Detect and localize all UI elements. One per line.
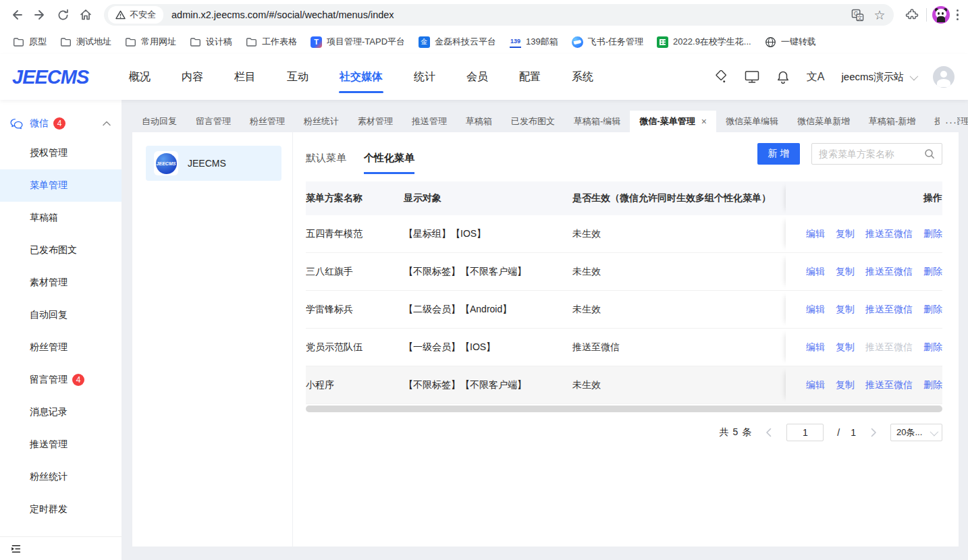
- bookmark-folder[interactable]: 原型: [7, 32, 53, 51]
- page-tab[interactable]: 草稿箱-编辑: [564, 111, 630, 132]
- page-tab[interactable]: 粉丝管理: [240, 111, 294, 132]
- nav-config[interactable]: 配置: [504, 54, 556, 100]
- home-button[interactable]: [74, 3, 97, 26]
- copy-link[interactable]: 复制: [836, 379, 855, 391]
- account-card[interactable]: JEECMS JEECMS: [146, 146, 281, 181]
- page-tab[interactable]: 素材管理: [348, 111, 402, 132]
- page-tab[interactable]: 微信菜单新增: [788, 111, 859, 132]
- bookmark-star-icon[interactable]: ☆: [873, 9, 885, 22]
- preview-button[interactable]: [745, 70, 759, 84]
- search-input[interactable]: [819, 148, 924, 159]
- search-icon[interactable]: [924, 148, 935, 159]
- bookmark-feishu[interactable]: 飞书-任务管理: [566, 32, 649, 51]
- copy-link[interactable]: 复制: [836, 228, 855, 240]
- add-button[interactable]: 新 增: [757, 143, 800, 165]
- edit-link[interactable]: 编辑: [806, 379, 825, 391]
- sidebar-item-menu-management[interactable]: 菜单管理: [0, 169, 122, 202]
- sidebar-item-materials[interactable]: 素材管理: [0, 267, 122, 299]
- edit-link[interactable]: 编辑: [806, 228, 825, 240]
- bookmark-folder[interactable]: 常用网址: [119, 32, 182, 51]
- next-page-button[interactable]: [871, 428, 877, 437]
- push-to-wechat-link[interactable]: 推送至微信: [865, 304, 913, 316]
- delete-link[interactable]: 删除: [923, 266, 942, 278]
- page-tab[interactable]: 留言管理: [186, 111, 240, 132]
- sidebar-item-fans-management[interactable]: 粉丝管理: [0, 331, 122, 364]
- nav-statistics[interactable]: 统计: [398, 54, 451, 100]
- app-header: JEECMS 概况 内容 栏目 互动 社交媒体 统计 会员 配置 系统 文A j…: [0, 54, 968, 100]
- tab-personalized-menu[interactable]: 个性化菜单: [364, 152, 414, 174]
- push-to-wechat-link[interactable]: 推送至微信: [865, 379, 913, 391]
- delete-link[interactable]: 删除: [923, 341, 942, 354]
- bookmark-folder[interactable]: 设计稿: [184, 32, 238, 51]
- edit-link[interactable]: 编辑: [806, 304, 825, 316]
- sidebar-item-auto-reply[interactable]: 自动回复: [0, 299, 122, 331]
- page-tab[interactable]: 自动回复: [132, 111, 186, 132]
- sidebar-group-wechat[interactable]: 微信 4: [0, 110, 122, 137]
- more-tabs-button[interactable]: ···: [940, 111, 957, 132]
- bookmark-folder[interactable]: 工作表格: [240, 32, 303, 51]
- page-number-input[interactable]: [786, 424, 824, 441]
- delete-link[interactable]: 删除: [923, 304, 942, 316]
- security-chip[interactable]: 不安全: [108, 6, 163, 24]
- user-avatar[interactable]: [933, 66, 954, 88]
- reload-button[interactable]: [51, 3, 74, 26]
- collapse-sidebar-icon[interactable]: [10, 543, 22, 555]
- sidebar-item-message-records[interactable]: 消息记录: [0, 396, 122, 428]
- push-to-wechat-link[interactable]: 推送至微信: [865, 228, 913, 240]
- sidebar-item-fans-statistics[interactable]: 粉丝统计: [0, 461, 122, 493]
- push-to-wechat-link[interactable]: 推送至微信: [865, 266, 913, 278]
- tab-default-menu[interactable]: 默认菜单: [306, 152, 346, 174]
- sidebar-item-message-management[interactable]: 留言管理4: [0, 364, 122, 396]
- bookmark-jinlei[interactable]: 金 金磊科技云平台: [412, 32, 502, 51]
- back-button[interactable]: [5, 3, 28, 26]
- sidebar-item-scheduled-mass-send[interactable]: 定时群发: [0, 493, 122, 526]
- bookmark-sheet[interactable]: 2022.9在校学生花...: [651, 32, 757, 51]
- nav-content[interactable]: 内容: [166, 54, 219, 100]
- bookmark-folder[interactable]: 测试地址: [54, 32, 117, 51]
- site-selector[interactable]: jeecms演示站: [841, 71, 916, 84]
- page-separator: /: [837, 427, 840, 438]
- sidebar-item-authorization[interactable]: 授权管理: [0, 137, 122, 169]
- prev-page-button[interactable]: [765, 428, 772, 437]
- notifications-button[interactable]: [776, 70, 790, 84]
- close-tab-icon[interactable]: ×: [701, 116, 707, 127]
- page-tab-label: 微信菜单新增: [797, 115, 850, 128]
- url-bar[interactable]: 不安全 admin.x2.jeecms.com/#/social/wechat/…: [104, 4, 894, 26]
- page-tab[interactable]: 草稿箱-新增: [859, 111, 925, 132]
- page-tab[interactable]: 已发布图文: [502, 111, 564, 132]
- forward-button[interactable]: [28, 3, 51, 26]
- page-tab[interactable]: 粉丝统计: [294, 111, 348, 132]
- copy-link[interactable]: 复制: [836, 304, 855, 316]
- sidebar-item-push-management[interactable]: 推送管理: [0, 428, 122, 461]
- copy-link[interactable]: 复制: [836, 266, 855, 278]
- edit-link[interactable]: 编辑: [806, 266, 825, 278]
- page-size-select[interactable]: 20条...: [890, 424, 942, 441]
- bookmark-repost[interactable]: 一键转载: [759, 32, 822, 51]
- nav-social-media[interactable]: 社交媒体: [324, 54, 398, 100]
- page-tab-active[interactable]: 微信-菜单管理 ×: [630, 111, 716, 132]
- browser-menu-button[interactable]: [952, 9, 963, 21]
- nav-columns[interactable]: 栏目: [219, 54, 271, 100]
- nav-members[interactable]: 会员: [451, 54, 504, 100]
- language-button[interactable]: 文A: [807, 70, 825, 84]
- extensions-button[interactable]: [900, 3, 923, 26]
- delete-link[interactable]: 删除: [923, 379, 942, 391]
- edit-link[interactable]: 编辑: [806, 341, 825, 354]
- copy-link[interactable]: 复制: [836, 341, 855, 354]
- nav-interaction[interactable]: 互动: [271, 54, 324, 100]
- horizontal-scrollbar[interactable]: [306, 405, 942, 412]
- bookmark-139mail[interactable]: 139 139邮箱: [504, 32, 564, 51]
- translate-page-button[interactable]: G文: [851, 9, 864, 22]
- page-tab[interactable]: 推送管理: [402, 111, 456, 132]
- sidebar-item-published-articles[interactable]: 已发布图文: [0, 234, 122, 267]
- chevron-right-icon: [871, 428, 877, 437]
- nav-system[interactable]: 系统: [556, 54, 609, 100]
- bookmark-tapd[interactable]: T 项目管理-TAPD平台: [304, 32, 411, 51]
- page-tab[interactable]: 草稿箱: [456, 111, 502, 132]
- profile-button[interactable]: [930, 3, 952, 26]
- nav-overview[interactable]: 概况: [113, 54, 166, 100]
- clean-cache-button[interactable]: [714, 70, 728, 84]
- sidebar-item-drafts[interactable]: 草稿箱: [0, 202, 122, 234]
- delete-link[interactable]: 删除: [923, 228, 942, 240]
- page-tab[interactable]: 微信菜单编辑: [716, 111, 788, 132]
